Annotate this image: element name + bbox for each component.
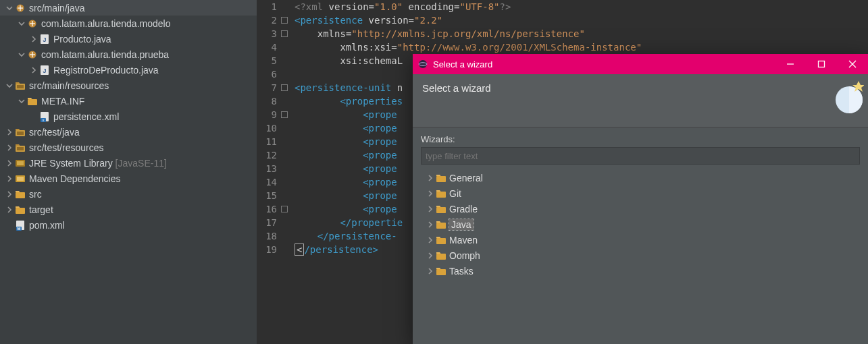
folder-icon [436,219,446,230]
wizard-category[interactable]: Java [421,217,860,232]
wizard-category[interactable]: Tasks [421,263,860,279]
dialog-titlebar[interactable]: Select a wizard [413,54,868,74]
folder-icon [436,266,446,277]
expand-icon[interactable] [16,20,27,27]
mfile-icon [15,220,26,231]
srcfolder-icon [15,142,26,153]
tree-item-label: src/main/java [29,3,84,13]
dialog-banner: Select a wizard [413,74,868,127]
expand-icon[interactable] [425,237,436,243]
tree-item[interactable]: Maven Dependencies [0,171,257,186]
fold-toggle-icon[interactable] [281,30,288,37]
fold-toggle-icon[interactable] [281,111,288,118]
tree-item[interactable]: com.latam.alura.tienda.modelo [0,16,257,31]
line-number: 9 [257,108,281,121]
expand-icon[interactable] [425,175,436,181]
folder-icon [436,204,446,214]
line-number: 2 [257,13,281,27]
wizard-category[interactable]: Gradle [421,201,860,217]
tree-item-label: src/main/resources [29,80,109,91]
tree-item-label: src/test/resources [29,142,103,153]
minimize-button[interactable] [775,54,806,74]
fold-toggle-icon[interactable] [281,84,288,91]
expand-icon[interactable] [4,191,15,198]
expand-icon[interactable] [425,206,436,212]
line-number: 7 [257,81,281,94]
line-number: 4 [257,40,281,54]
code-line[interactable]: <persistence version="2.2" [295,13,868,27]
package-icon [15,3,26,13]
expand-icon[interactable] [4,206,15,213]
tree-item[interactable]: META.INF [0,93,257,109]
expand-icon[interactable] [28,67,39,74]
tree-item[interactable]: src [0,186,257,202]
tree-item[interactable]: pom.xml [0,217,257,233]
dialog-title: Select a wizard [433,59,775,69]
expand-icon[interactable] [425,268,436,275]
tree-item[interactable]: RegistroDeProducto.java [0,62,257,78]
wizard-category-label: Tasks [449,266,474,277]
line-number: 17 [257,216,281,229]
wizard-category[interactable]: General [421,170,860,185]
expand-icon[interactable] [4,144,15,151]
jfile-icon [39,65,50,76]
tree-item[interactable]: src/main/resources [0,78,257,93]
folder-icon [436,250,446,261]
tree-item-label: src/test/java [29,127,80,138]
tree-item[interactable]: com.latam.alura.tienda.prueba [0,47,257,62]
wizard-category[interactable]: Oomph [421,248,860,263]
line-number: 15 [257,189,281,202]
wizard-category[interactable]: Maven [421,232,860,248]
tree-item[interactable]: src/test/java [0,124,257,140]
line-number: 16 [257,202,281,216]
editor-gutter: 12345678910111213141516171819 [257,0,281,256]
tree-item-suffix: [JavaSE-11] [113,158,167,169]
tree-item[interactable]: target [0,202,257,217]
expand-icon[interactable] [4,5,15,11]
line-number: 18 [257,229,281,243]
folder-icon [436,235,446,246]
code-line[interactable]: xmlns="http://xmlns.jcp.org/xml/ns/persi… [295,27,868,40]
code-line[interactable]: xmlns:xsi="http://www.w3.org/2001/XMLSch… [295,40,868,54]
expand-icon[interactable] [4,82,15,89]
expand-icon[interactable] [425,221,436,228]
line-number: 1 [257,0,281,13]
package-icon [27,49,38,60]
wizard-category-label: Git [449,188,461,199]
expand-icon[interactable] [16,51,27,58]
code-line[interactable]: <?xml version="1.0" encoding="UTF-8"?> [295,0,868,13]
tree-item[interactable]: Producto.java [0,31,257,47]
expand-icon[interactable] [28,36,39,42]
project-explorer: src/main/javacom.latam.alura.tienda.mode… [0,0,257,344]
maximize-button[interactable] [806,54,837,74]
tree-item[interactable]: src/test/resources [0,140,257,155]
folder-icon [27,96,38,107]
wizard-filter-input[interactable] [421,147,860,165]
package-icon [27,18,38,29]
expand-icon[interactable] [16,98,27,105]
expand-icon[interactable] [4,129,15,136]
folder-icon [436,173,446,183]
line-number: 6 [257,67,281,81]
expand-icon[interactable] [4,175,15,182]
jfile-icon [39,34,50,45]
wizard-category[interactable]: Git [421,185,860,201]
expand-icon[interactable] [4,160,15,167]
select-wizard-dialog: Select a wizard Select a wizard Wizards:… [413,54,868,344]
tree-item-label: pom.xml [29,220,65,231]
tree-item[interactable]: persistence.xml [0,109,257,124]
close-button[interactable] [837,54,868,74]
tree-item-label: com.latam.alura.tienda.prueba [41,49,169,60]
line-number: 5 [257,54,281,67]
fold-toggle-icon[interactable] [281,206,288,212]
expand-icon[interactable] [425,252,436,259]
cursor-box: < [295,243,304,256]
wizard-category-label: Java [449,219,474,230]
expand-icon[interactable] [425,190,436,197]
line-number: 14 [257,175,281,189]
tree-item[interactable]: JRE System Library [JavaSE-11] [0,155,257,171]
line-number: 19 [257,243,281,256]
wizard-category-label: Gradle [449,204,478,214]
fold-toggle-icon[interactable] [281,17,288,24]
tree-item[interactable]: src/main/java [0,0,257,16]
